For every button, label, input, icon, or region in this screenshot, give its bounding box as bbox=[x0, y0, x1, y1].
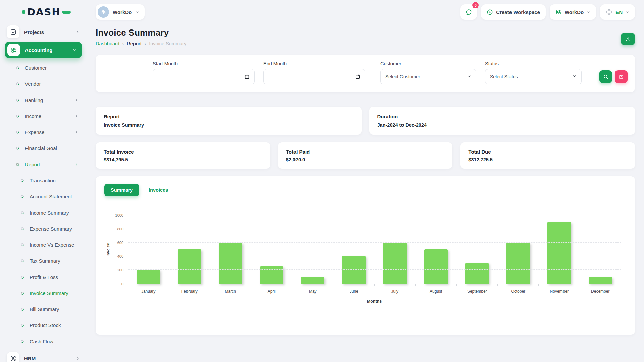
sidebar-item-report[interactable]: Report bbox=[0, 156, 87, 172]
download-button[interactable] bbox=[621, 33, 635, 45]
x-axis-labels: JanuaryFebruaryMarchAprilMayJuneJulyAugu… bbox=[128, 286, 621, 296]
sidebar-item-label: Expense bbox=[25, 129, 69, 135]
bullet-icon bbox=[15, 114, 20, 118]
sidebar-item-expense-summary[interactable]: Expense Summary bbox=[0, 221, 87, 237]
y-axis-title: Invoice bbox=[104, 215, 112, 284]
duration-card: Duration : Jan-2024 to Dec-2024 bbox=[369, 107, 635, 135]
chevron-right-icon bbox=[75, 130, 78, 134]
y-tick-label: 1000 bbox=[115, 213, 123, 217]
bullet-icon bbox=[20, 323, 24, 327]
tab-summary[interactable]: Summary bbox=[104, 184, 139, 196]
bar-june bbox=[342, 256, 366, 284]
y-tick-label: 800 bbox=[117, 227, 123, 231]
language-switcher[interactable]: EN bbox=[600, 4, 635, 20]
sidebar-item-cash-flow[interactable]: Cash Flow bbox=[0, 333, 87, 349]
sidebar-item-account-statement[interactable]: Account Statement bbox=[0, 188, 87, 204]
total-label: Total Due bbox=[468, 149, 627, 155]
chart-category-may bbox=[292, 215, 333, 284]
sidebar-item-label: Tax Summary bbox=[30, 258, 78, 264]
breadcrumb-report[interactable]: Report bbox=[127, 41, 142, 46]
tabs-divider bbox=[96, 203, 635, 203]
status-selected-value: Select Status bbox=[490, 74, 518, 79]
bullet-icon bbox=[20, 259, 24, 263]
x-axis-title: Months bbox=[128, 296, 621, 308]
workspace-switcher[interactable]: WorkDo bbox=[96, 4, 145, 20]
sidebar-item-customer[interactable]: Customer bbox=[0, 60, 87, 76]
tab-invoices[interactable]: Invoices bbox=[149, 187, 168, 193]
bar-march bbox=[219, 243, 242, 284]
notifications-button[interactable]: 0 bbox=[460, 4, 477, 20]
status-select[interactable]: Select Status bbox=[485, 69, 582, 84]
chevron-down-icon bbox=[587, 10, 590, 14]
sidebar-item-hrm[interactable]: HRM bbox=[0, 350, 87, 362]
chevron-down-icon bbox=[572, 74, 577, 79]
x-tick-label: January bbox=[128, 289, 169, 294]
total-value: $312,725.5 bbox=[468, 157, 627, 162]
y-axis-ticks: 02004006008001000 bbox=[112, 215, 128, 284]
sidebar-item-projects[interactable]: Projects bbox=[0, 23, 87, 40]
checkbox-icon bbox=[7, 25, 19, 38]
x-tick-mark bbox=[538, 284, 579, 286]
end-month-field: End Month --------- ---- bbox=[263, 61, 365, 84]
chevron-down-icon bbox=[467, 74, 471, 79]
sidebar-item-income[interactable]: Income bbox=[0, 108, 87, 124]
sidebar-item-accounting[interactable]: Accounting bbox=[5, 42, 82, 58]
bar-september bbox=[465, 263, 489, 284]
end-month-input[interactable]: --------- ---- bbox=[263, 69, 365, 84]
reset-filter-button[interactable] bbox=[615, 70, 628, 83]
logo-accent-dash bbox=[62, 11, 71, 14]
create-workspace-button[interactable]: Create Workspace bbox=[481, 4, 546, 20]
sidebar-item-product-stock[interactable]: Product Stock bbox=[0, 317, 87, 333]
sidebar-item-financial-goal[interactable]: Financial Goal bbox=[0, 140, 87, 156]
sidebar-item-banking[interactable]: Banking bbox=[0, 92, 87, 108]
bullet-icon bbox=[20, 194, 24, 199]
y-tick-label: 400 bbox=[117, 254, 123, 258]
start-month-field: Start Month --------- ---- bbox=[153, 61, 255, 84]
grid-plus-icon bbox=[555, 9, 561, 15]
sidebar-item-transaction[interactable]: Transaction bbox=[0, 172, 87, 188]
sidebar-item-label: Income Vs Expense bbox=[30, 242, 78, 248]
report-info-row: Report : Invoice Summary Duration : Jan-… bbox=[96, 107, 635, 135]
sidebar-item-profit-loss[interactable]: Profit & Loss bbox=[0, 269, 87, 285]
sidebar-item-income-summary[interactable]: Income Summary bbox=[0, 204, 87, 221]
plus-circle-icon bbox=[487, 9, 493, 15]
sidebar-item-bill-summary[interactable]: Bill Summary bbox=[0, 301, 87, 317]
search-button[interactable] bbox=[599, 70, 612, 83]
logo-text: DASH bbox=[27, 6, 61, 18]
chevron-right-icon bbox=[76, 357, 80, 360]
customer-label: Customer bbox=[380, 61, 476, 66]
bullet-icon bbox=[15, 98, 20, 102]
org-switcher[interactable]: WorkDo bbox=[550, 4, 596, 20]
sidebar-item-label: Profit & Loss bbox=[30, 274, 78, 280]
sidebar-item-tax-summary[interactable]: Tax Summary bbox=[0, 253, 87, 269]
logo-accent-dot bbox=[22, 10, 25, 14]
x-tick-mark bbox=[374, 284, 415, 286]
start-month-input[interactable]: --------- ---- bbox=[153, 69, 255, 84]
breadcrumb-invoice-summary: Invoice Summary bbox=[149, 41, 186, 46]
totals-row: Total Invoice$314,795.5Total Paid$2,070.… bbox=[96, 142, 635, 169]
sidebar-item-income-vs-expense[interactable]: Income Vs Expense bbox=[0, 237, 87, 253]
sidebar-item-label: Projects bbox=[24, 29, 71, 35]
breadcrumb: Dashboard›Report›Invoice Summary bbox=[96, 41, 186, 46]
status-label: Status bbox=[485, 61, 582, 66]
filter-actions bbox=[599, 70, 628, 83]
report-tabs: Summary Invoices bbox=[104, 184, 626, 196]
x-tick-mark bbox=[415, 284, 456, 286]
end-month-value: --------- ---- bbox=[268, 74, 290, 79]
sidebar-item-invoice-summary[interactable]: Invoice Summary bbox=[0, 285, 87, 301]
customer-select[interactable]: Select Customer bbox=[380, 69, 476, 84]
sidebar-item-vendor[interactable]: Vendor bbox=[0, 76, 87, 92]
sidebar-item-expense[interactable]: Expense bbox=[0, 124, 87, 140]
chart-category-august bbox=[416, 215, 457, 284]
chevron-down-icon bbox=[72, 48, 76, 52]
bullet-icon bbox=[20, 210, 24, 215]
chart-category-june bbox=[333, 215, 375, 284]
bullet-icon bbox=[20, 178, 24, 183]
report-label: Report : bbox=[104, 114, 354, 119]
chart-category-february bbox=[169, 215, 210, 284]
language-code: EN bbox=[615, 9, 623, 15]
breadcrumb-dashboard[interactable]: Dashboard bbox=[96, 41, 119, 46]
start-month-label: Start Month bbox=[153, 61, 255, 66]
globe-icon bbox=[606, 9, 612, 15]
header-actions: 0 Create Workspace WorkDo EN bbox=[460, 4, 635, 20]
